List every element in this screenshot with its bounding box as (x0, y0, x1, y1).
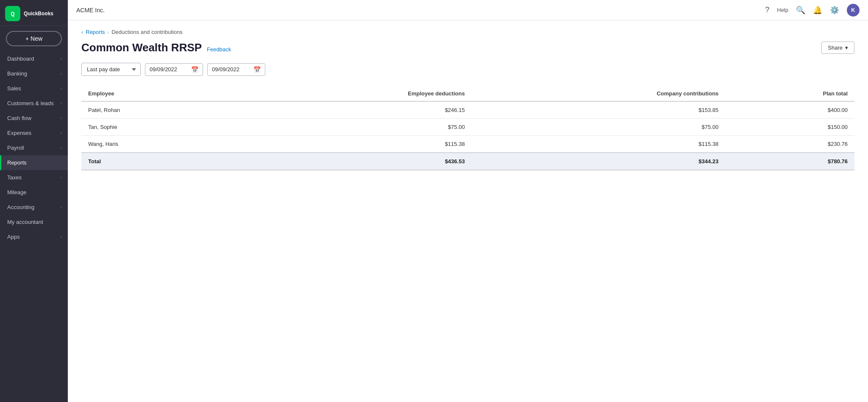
end-calendar-icon[interactable]: 📅 (253, 66, 261, 73)
page-title: Common Wealth RRSP (81, 41, 202, 54)
end-date-input[interactable] (212, 66, 250, 73)
nav-items: Dashboard›Banking›Sales›Customers & lead… (0, 51, 68, 244)
search-icon[interactable]: 🔍 (796, 6, 805, 15)
cell-r2-c3: $230.76 (725, 136, 854, 153)
table-header-row: EmployeeEmployee deductionsCompany contr… (81, 86, 854, 101)
sidebar-item-label-my-accountant: My accountant (7, 219, 43, 225)
sidebar-item-label-sales: Sales (7, 85, 21, 92)
topbar: ACME Inc. ? Help 🔍 🔔 ⚙️ K (68, 0, 868, 20)
cell-r1-c1: $75.00 (234, 119, 472, 136)
sidebar-item-customers-leads[interactable]: Customers & leads› (0, 96, 68, 111)
share-arrow-icon: ▾ (845, 45, 848, 51)
chevron-icon-payroll: › (61, 145, 62, 150)
table-head: EmployeeEmployee deductionsCompany contr… (81, 86, 854, 101)
sidebar-item-mileage[interactable]: Mileage (0, 185, 68, 200)
sidebar-item-accounting[interactable]: Accounting› (0, 200, 68, 215)
sidebar-item-label-apps: Apps (7, 234, 20, 240)
sidebar-item-label-cash-flow: Cash flow (7, 115, 31, 121)
sidebar-item-reports[interactable]: Reports (0, 155, 68, 170)
breadcrumb-current: Deductions and contributions (111, 29, 183, 35)
sidebar-item-sales[interactable]: Sales› (0, 81, 68, 96)
cell-r1-c3: $150.00 (725, 119, 854, 136)
footer-cell-0: Total (81, 153, 234, 170)
sidebar-item-label-customers-leads: Customers & leads (7, 100, 54, 106)
sidebar-item-apps[interactable]: Apps› (0, 229, 68, 244)
report-table: EmployeeEmployee deductionsCompany contr… (81, 86, 854, 170)
chevron-icon-banking: › (61, 71, 62, 76)
cell-r0-c3: $400.00 (725, 101, 854, 119)
filter-bar: Last pay dateThis quarterLast quarterCus… (81, 63, 854, 76)
sidebar-item-expenses[interactable]: Expenses› (0, 126, 68, 140)
end-date-wrapper: 📅 (207, 63, 265, 76)
cell-r1-c0: Tan, Sophie (81, 119, 234, 136)
sidebar-item-taxes[interactable]: Taxes› (0, 170, 68, 185)
table-row: Wang, Haris$115.38$115.38$230.76 (81, 136, 854, 153)
cell-r1-c2: $75.00 (472, 119, 726, 136)
breadcrumb-back-icon: ‹ (81, 29, 83, 35)
topbar-actions: ? Help 🔍 🔔 ⚙️ K (765, 4, 860, 17)
col-header-employee-deductions: Employee deductions (234, 86, 472, 101)
start-date-input[interactable] (150, 66, 188, 73)
table-row: Patel, Rohan$246.15$153.85$400.00 (81, 101, 854, 119)
sidebar-item-label-taxes: Taxes (7, 174, 22, 181)
chevron-icon-customers-leads: › (61, 101, 62, 106)
share-button[interactable]: Share ▾ (821, 42, 854, 54)
cell-r0-c1: $246.15 (234, 101, 472, 119)
table-foot: Total$436.53$344.23$780.76 (81, 153, 854, 170)
feedback-link[interactable]: Feedback (207, 46, 231, 53)
cell-r2-c1: $115.38 (234, 136, 472, 153)
share-label: Share (828, 45, 843, 51)
chevron-icon-accounting: › (61, 205, 62, 209)
breadcrumb: ‹ Reports › Deductions and contributions (81, 29, 854, 35)
chevron-icon-sales: › (61, 86, 62, 91)
start-date-wrapper: 📅 (145, 63, 203, 76)
main-area: ACME Inc. ? Help 🔍 🔔 ⚙️ K ‹ Reports › De… (68, 0, 868, 402)
chevron-icon-expenses: › (61, 131, 62, 135)
page-header: Common Wealth RRSP Feedback Share ▾ (81, 41, 854, 54)
sidebar-item-label-expenses: Expenses (7, 130, 31, 136)
chevron-icon-dashboard: › (61, 56, 62, 61)
chevron-icon-cash-flow: › (61, 116, 62, 120)
chevron-icon-taxes: › (61, 175, 62, 180)
col-header-company-contributions: Company contributions (472, 86, 726, 101)
sidebar: Q QuickBooks + New Dashboard›Banking›Sal… (0, 0, 68, 402)
sidebar-item-dashboard[interactable]: Dashboard› (0, 51, 68, 66)
notifications-icon[interactable]: 🔔 (813, 6, 822, 15)
sidebar-item-label-payroll: Payroll (7, 145, 24, 151)
avatar[interactable]: K (847, 4, 860, 17)
breadcrumb-separator: › (108, 30, 109, 35)
table-row: Tan, Sophie$75.00$75.00$150.00 (81, 119, 854, 136)
brand-name: QuickBooks (24, 11, 53, 17)
new-button[interactable]: + New (6, 31, 62, 46)
sidebar-item-payroll[interactable]: Payroll› (0, 140, 68, 155)
settings-icon[interactable]: ⚙️ (830, 6, 839, 15)
content-area: ‹ Reports › Deductions and contributions… (68, 20, 868, 402)
sidebar-item-label-banking: Banking (7, 70, 27, 77)
footer-cell-3: $780.76 (725, 153, 854, 170)
help-label[interactable]: Help (777, 7, 788, 13)
period-select[interactable]: Last pay dateThis quarterLast quarterCus… (81, 63, 141, 76)
start-calendar-icon[interactable]: 📅 (191, 66, 198, 73)
sidebar-item-banking[interactable]: Banking› (0, 66, 68, 81)
sidebar-item-label-accounting: Accounting (7, 204, 34, 210)
sidebar-item-label-dashboard: Dashboard (7, 56, 34, 62)
sidebar-item-label-mileage: Mileage (7, 189, 27, 195)
svg-text:Q: Q (11, 11, 14, 17)
cell-r0-c0: Patel, Rohan (81, 101, 234, 119)
cell-r2-c0: Wang, Haris (81, 136, 234, 153)
sidebar-item-label-reports: Reports (7, 159, 27, 166)
col-header-employee: Employee (81, 86, 234, 101)
help-icon[interactable]: ? (765, 6, 769, 14)
sidebar-item-cash-flow[interactable]: Cash flow› (0, 111, 68, 126)
logo-mark: Q (5, 6, 20, 21)
cell-r0-c2: $153.85 (472, 101, 726, 119)
footer-cell-2: $344.23 (472, 153, 726, 170)
chevron-icon-apps: › (61, 234, 62, 239)
table-footer-row: Total$436.53$344.23$780.76 (81, 153, 854, 170)
breadcrumb-reports-link[interactable]: Reports (86, 29, 105, 35)
sidebar-item-my-accountant[interactable]: My accountant (0, 215, 68, 229)
footer-cell-1: $436.53 (234, 153, 472, 170)
col-header-plan-total: Plan total (725, 86, 854, 101)
table-body: Patel, Rohan$246.15$153.85$400.00Tan, So… (81, 101, 854, 153)
cell-r2-c2: $115.38 (472, 136, 726, 153)
